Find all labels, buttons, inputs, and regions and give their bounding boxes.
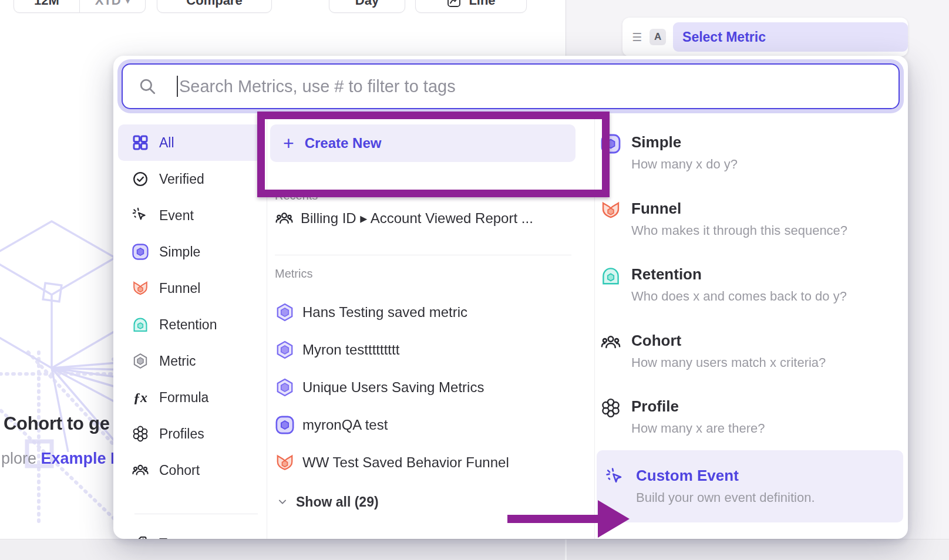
annotation-arrow [505,500,631,538]
range-12m-button[interactable]: 12M [14,0,79,12]
retention-icon [600,265,621,286]
drag-handle-icon[interactable]: ☰ [632,31,641,44]
funnel-icon [131,279,150,298]
date-range-button-group: 12M XTD▾ [14,0,146,13]
recent-item[interactable]: Billing ID ▸ Account Viewed Report ... [275,203,571,234]
cohort-people-icon [131,461,150,480]
sidebar-item-verified[interactable]: Verified [118,161,262,197]
sidebar-divider [134,514,258,514]
verified-badge-icon [131,170,150,188]
metric-list-item[interactable]: Myron testtttttttt [275,331,571,369]
metric-list-item[interactable]: myronQA test [275,406,571,444]
cohort-people-icon [600,332,621,353]
search-icon [138,77,157,96]
chevron-down-icon [276,495,289,508]
sidebar-item-simple[interactable]: Simple [118,234,262,270]
type-cohort[interactable]: Cohort How many users match x criteria? [600,330,903,372]
metric-hexagon-icon [131,352,150,370]
sidebar-item-profiles[interactable]: Profiles [118,416,262,452]
formula-fx-icon: ƒx [131,388,150,407]
type-custom-event[interactable]: Custom Event Build your own event defini… [597,450,903,522]
sidebar-item-tags-partial[interactable]: T [118,525,262,539]
cohort-people-icon [275,209,294,228]
type-funnel[interactable]: Funnel Who makes it through this sequenc… [600,198,903,239]
profiles-cluster-icon [131,424,150,443]
retention-icon [131,315,150,334]
metric-slot-card: ☰ A Select Metric [622,18,908,56]
interval-day-button[interactable]: Day [329,0,405,13]
line-chart-icon [446,0,462,8]
funnel-icon [275,453,295,473]
search-bar[interactable] [122,63,900,109]
sidebar-item-metric[interactable]: Metric [118,343,262,379]
annotation-highlight-box [257,112,610,197]
metric-list-item[interactable]: Hans Testing saved metric [275,294,571,331]
sidebar-item-formula[interactable]: ƒx Formula [118,379,262,416]
sidebar-item-cohort[interactable]: Cohort [118,452,262,488]
grid-icon [131,133,150,152]
empty-state-heading: Cohort to ge [4,413,110,434]
type-profile[interactable]: Profile How many x are there? [600,396,903,437]
sidebar-item-all[interactable]: All [118,124,262,161]
saved-metric-icon [275,340,295,360]
metrics-header: Metrics [275,267,312,281]
chevron-down-icon: ▾ [126,0,130,6]
tag-icon [131,534,150,539]
funnel-icon [600,200,621,221]
compare-button[interactable]: Compare [157,0,272,13]
search-input[interactable] [179,66,898,107]
show-all-toggle[interactable]: Show all (29) [276,490,379,514]
simple-metric-icon [275,415,295,435]
text-caret [177,76,178,97]
profiles-cluster-icon [600,397,621,419]
chart-type-line-button[interactable]: Line [415,0,527,13]
sidebar-item-funnel[interactable]: Funnel [118,270,262,306]
empty-state-subtext: plore Example R [1,450,122,468]
metric-list-item[interactable]: WW Test Saved Behavior Funnel [275,444,571,481]
recents-metrics-divider [275,255,571,255]
range-xtd-button[interactable]: XTD▾ [79,0,145,12]
event-cursor-icon [131,206,150,225]
sidebar-item-event[interactable]: Event [118,197,262,234]
series-badge: A [650,29,666,45]
subtext-fragment: plore [1,450,36,467]
simple-metric-icon [131,242,150,261]
type-retention[interactable]: Retention Who does x and comes back to d… [600,264,903,305]
bottom-strip-divider [565,539,567,560]
select-metric-chip[interactable]: Select Metric [673,22,908,52]
saved-metric-icon [275,302,295,322]
sidebar-item-retention[interactable]: Retention [118,306,262,343]
app-canvas: Cohort to ge plore Example R 12M XTD▾ Co… [0,0,949,560]
saved-metric-icon [275,377,295,397]
example-link[interactable]: Example R [41,450,122,467]
metric-list-item[interactable]: Unique Users Saving Metrics [275,369,571,406]
bottom-background-strip [0,539,949,560]
type-simple[interactable]: Simple How many x do y? [600,132,903,173]
custom-event-cursor-icon [605,467,626,488]
